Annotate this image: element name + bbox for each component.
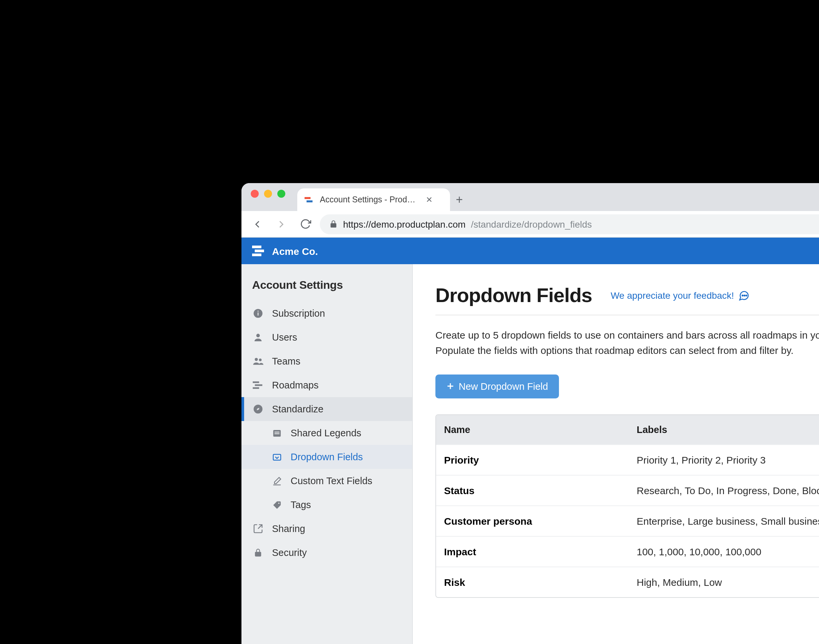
app-header: Acme Co. ? [242, 238, 819, 264]
svg-point-19 [259, 359, 261, 361]
tag-icon [271, 500, 283, 510]
row-name: Impact [436, 536, 629, 566]
svg-rect-0 [305, 197, 311, 199]
sidebar-subitem-label: Shared Legends [291, 428, 361, 438]
company-name: Acme Co. [272, 245, 318, 256]
url-host: https://demo.productplan.com [343, 219, 465, 229]
sidebar-subitem-label: Custom Text Fields [291, 475, 372, 486]
browser-tabbar: Account Settings - ProductPlan × + [242, 183, 819, 211]
row-labels: 100, 1,000, 10,000, 100,000 [629, 536, 819, 566]
team-icon [252, 356, 264, 366]
svg-point-31 [744, 294, 745, 295]
table-row[interactable]: PriorityPriority 1, Priority 2, Priority… [436, 444, 819, 475]
svg-point-30 [742, 294, 742, 295]
row-labels: Research, To Do, In Progress, Done, Bloc… [629, 475, 819, 505]
productplan-favicon-icon [304, 195, 314, 205]
sidebar-subitem-tags[interactable]: Tags [242, 493, 412, 517]
sidebar-item-sharing[interactable]: Sharing [242, 517, 412, 541]
sidebar-item-label: Sharing [272, 523, 305, 534]
sidebar-item-subscription[interactable]: Subscription [242, 301, 412, 325]
browser-tab-title: Account Settings - ProductPlan [320, 195, 419, 204]
lock-icon [329, 220, 338, 228]
sidebar-title: Account Settings [242, 273, 412, 301]
sidebar-item-label: Security [272, 547, 307, 558]
feedback-text: We appreciate your feedback! [611, 290, 734, 301]
svg-rect-22 [253, 387, 259, 389]
fullscreen-window-button[interactable] [277, 190, 285, 198]
sidebar-item-users[interactable]: Users [242, 325, 412, 349]
browser-tab[interactable]: Account Settings - ProductPlan × [297, 189, 450, 211]
page-title: Dropdown Fields [435, 284, 592, 307]
row-labels: Priority 1, Priority 2, Priority 3 [629, 445, 819, 475]
svg-rect-28 [272, 454, 280, 460]
sidebar-subitem-label: Dropdown Fields [291, 452, 363, 462]
dropdown-icon [271, 452, 283, 462]
table-row[interactable]: Customer personaEnterprise, Large busine… [436, 505, 819, 536]
row-labels: Enterprise, Large business, Small busine… [629, 506, 819, 536]
sidebar-subitem-shared-legends[interactable]: Shared Legends [242, 421, 412, 445]
info-icon [252, 308, 264, 319]
browser-window: Account Settings - ProductPlan × + [242, 183, 819, 644]
column-header-labels: Labels [629, 415, 819, 444]
svg-rect-8 [252, 253, 261, 256]
sidebar-item-label: Teams [272, 356, 300, 366]
close-tab-button[interactable]: × [425, 195, 434, 205]
roadmap-icon [252, 380, 264, 390]
address-bar[interactable]: https://demo.productplan.com/standardize… [320, 214, 819, 234]
svg-rect-21 [255, 384, 262, 386]
productplan-logo-icon [252, 245, 265, 256]
button-label: New Dropdown Field [459, 381, 548, 391]
sidebar-item-label: Roadmaps [272, 380, 318, 391]
svg-rect-6 [252, 245, 261, 248]
row-name: Risk [436, 567, 629, 597]
sidebar-subitem-dropdown-fields[interactable]: Dropdown Fields [242, 445, 412, 469]
column-header-name: Name [436, 415, 629, 444]
lock-icon [252, 548, 264, 557]
dropdown-fields-table: Name Labels PriorityPriority 1, Priority… [435, 414, 819, 598]
table-row[interactable]: StatusResearch, To Do, In Progress, Done… [436, 475, 819, 505]
feedback-link[interactable]: We appreciate your feedback! [611, 290, 749, 301]
svg-rect-7 [255, 250, 264, 252]
sidebar-subitem-label: Tags [291, 500, 311, 510]
sidebar-item-security[interactable]: Security [242, 541, 412, 564]
row-name: Customer persona [436, 506, 629, 536]
table-row[interactable]: Impact100, 1,000, 10,000, 100,000 [436, 536, 819, 566]
row-labels: High, Medium, Low [629, 567, 819, 597]
svg-point-18 [255, 358, 258, 361]
plus-icon [446, 382, 455, 391]
minimize-window-button[interactable] [264, 190, 272, 198]
sidebar-item-standardize[interactable]: Standardize [242, 397, 412, 421]
sidebar-item-teams[interactable]: Teams [242, 349, 412, 373]
table-row[interactable]: RiskHigh, Medium, Low [436, 566, 819, 597]
url-path: /standardize/dropdown_fields [471, 219, 591, 229]
svg-rect-25 [272, 430, 280, 436]
table-header: Name Labels [436, 415, 819, 444]
chat-icon [738, 290, 749, 301]
back-button[interactable] [248, 215, 267, 233]
close-window-button[interactable] [251, 190, 259, 198]
forward-button[interactable] [272, 215, 291, 233]
sidebar-item-label: Users [272, 332, 297, 343]
svg-point-32 [745, 294, 746, 295]
compass-icon [252, 404, 264, 414]
page-description: Create up to 5 dropdown fields to use on… [435, 327, 819, 358]
row-name: Priority [436, 445, 629, 475]
svg-point-17 [256, 334, 260, 337]
new-dropdown-field-button[interactable]: New Dropdown Field [435, 374, 559, 398]
svg-rect-1 [306, 200, 312, 202]
company-switcher[interactable]: Acme Co. [252, 245, 318, 256]
share-icon [252, 523, 264, 534]
sidebar: Account Settings Subscription Users Team… [242, 264, 413, 644]
row-name: Status [436, 475, 629, 505]
new-tab-button[interactable]: + [450, 193, 468, 211]
browser-toolbar: https://demo.productplan.com/standardize… [242, 211, 819, 238]
edit-icon [271, 476, 283, 486]
svg-rect-20 [253, 381, 259, 383]
window-controls [251, 183, 285, 211]
sidebar-item-roadmaps[interactable]: Roadmaps [242, 373, 412, 397]
sidebar-item-label: Standardize [272, 404, 323, 414]
legend-icon [271, 428, 283, 438]
reload-button[interactable] [296, 215, 314, 233]
user-icon [252, 332, 264, 343]
sidebar-subitem-custom-text-fields[interactable]: Custom Text Fields [242, 469, 412, 493]
